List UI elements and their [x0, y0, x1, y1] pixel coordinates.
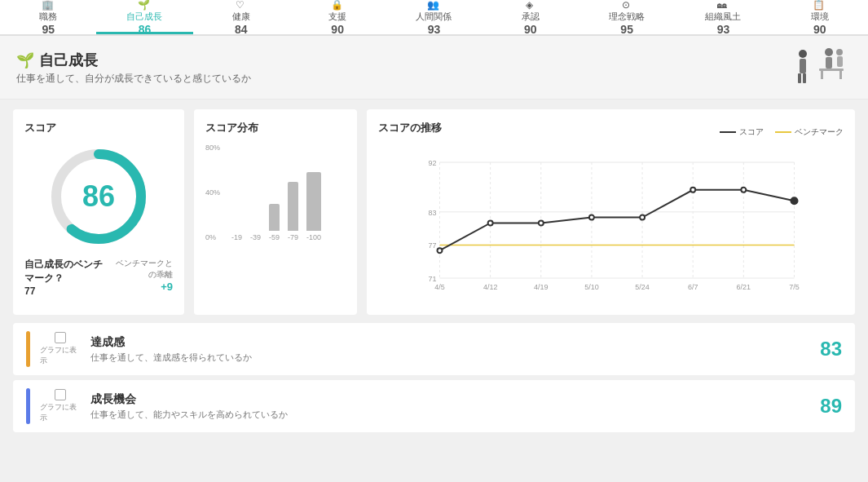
bar-x-label: -39 — [250, 233, 261, 241]
achievement-color-bar — [26, 331, 30, 367]
growth-check-col: グラフに表示 — [40, 389, 81, 423]
nav-label-ningen: 人間関係 — [416, 11, 452, 23]
growth-score: 89 — [820, 395, 842, 418]
nav-score-kenko: 84 — [235, 23, 248, 36]
bar-col: -79 — [288, 182, 298, 241]
achievement-info: 達成感 仕事を通して、達成感を得られているか — [90, 335, 810, 364]
bar-x-label: -100 — [306, 233, 321, 241]
achievement-checkbox[interactable] — [55, 332, 66, 343]
legend-score-label: スコア — [739, 126, 764, 138]
svg-text:6/7: 6/7 — [688, 283, 698, 291]
nav-item-shien[interactable]: 🔒 支援 90 — [289, 0, 386, 34]
diff-col: ベンチマークとの乖離 +9 — [112, 258, 173, 297]
nav-label-shokumu: 職務 — [39, 11, 57, 23]
svg-text:77: 77 — [428, 241, 436, 250]
svg-point-39 — [488, 220, 493, 225]
bar-x-label: -59 — [269, 233, 280, 241]
svg-rect-5 — [826, 57, 832, 69]
nav-label-shonin: 承認 — [522, 11, 540, 23]
items-row: グラフに表示 達成感 仕事を通して、達成感を得られているか 83 グラフに表示 … — [13, 323, 855, 432]
svg-point-38 — [438, 248, 443, 253]
soshiki-icon: 🏘 — [717, 0, 727, 11]
page-title: 🌱 自己成長 — [16, 51, 251, 70]
nav-item-rinen[interactable]: ⊙ 理念戦略 95 — [579, 0, 675, 34]
bar-x-label: -79 — [288, 233, 298, 241]
y-label-top: 80% — [205, 144, 220, 152]
svg-point-45 — [791, 197, 799, 205]
nav-score-shien: 90 — [331, 23, 344, 36]
svg-text:5/10: 5/10 — [584, 283, 599, 291]
item-card-achievement: グラフに表示 達成感 仕事を通して、達成感を得られているか 83 — [13, 323, 855, 375]
page-header-left: 🌱 自己成長 仕事を通して、自分が成長できていると感じているか — [16, 51, 251, 86]
bar-y-axis: 80% 40% 0% — [205, 144, 223, 241]
header-illustration — [786, 46, 852, 91]
achievement-graph-label[interactable]: グラフに表示 — [40, 345, 81, 366]
nav-item-ningen[interactable]: 👥 人間関係 93 — [386, 0, 482, 34]
legend-benchmark: ベンチマーク — [775, 126, 844, 138]
nav-score-rinen: 95 — [620, 23, 633, 36]
diff-value: +9 — [161, 281, 173, 293]
svg-point-43 — [690, 188, 695, 192]
nav-score-kankyo: 90 — [813, 23, 826, 36]
bar-chart-inner: -19-39-59-79-100 — [231, 144, 321, 241]
svg-text:5/24: 5/24 — [635, 283, 650, 291]
benchmark-info: 自己成長のベンチマーク？ 77 — [24, 258, 112, 297]
achievement-name: 達成感 — [90, 335, 810, 350]
trend-header: スコアの推移 スコア ベンチマーク — [378, 121, 844, 144]
nav-label-rinen: 理念戦略 — [609, 11, 645, 23]
svg-point-42 — [640, 215, 645, 220]
growth-desc: 仕事を通して、能力やスキルを高められているか — [90, 409, 810, 421]
benchmark-value: 77 — [24, 285, 112, 297]
nav-item-jiko[interactable]: 🌱 自己成長 86 — [96, 0, 192, 34]
dist-chart-area: 80% 40% 0% -19-39-59-79-100 — [205, 144, 346, 241]
nav-score-jiko: 86 — [139, 23, 152, 36]
svg-rect-3 — [803, 73, 806, 83]
svg-rect-7 — [821, 71, 823, 79]
dist-card-title: スコア分布 — [205, 121, 346, 135]
y-label-bot: 0% — [205, 233, 220, 241]
top-navigation: 🏢 職務 95 🌱 自己成長 86 ♡ 健康 84 🔒 支援 90 👥 人間関係… — [0, 0, 868, 36]
nav-item-soshiki[interactable]: 🏘 組織風土 93 — [675, 0, 771, 34]
benchmark-label: 自己成長のベンチマーク？ — [24, 258, 112, 285]
item-card-growth: グラフに表示 成長機会 仕事を通して、能力やスキルを高められているか 89 — [13, 380, 855, 432]
svg-rect-2 — [798, 73, 801, 83]
y-label-mid: 40% — [205, 188, 220, 197]
nav-item-shonin[interactable]: ◈ 承認 90 — [482, 0, 579, 34]
growth-graph-label[interactable]: グラフに表示 — [40, 402, 81, 423]
donut-container: 86 — [24, 144, 173, 250]
shien-icon: 🔒 — [331, 0, 343, 11]
svg-text:71: 71 — [428, 275, 436, 283]
svg-point-9 — [836, 49, 843, 55]
svg-point-0 — [799, 50, 807, 58]
nav-label-soshiki: 組織風土 — [705, 11, 741, 23]
svg-point-44 — [741, 188, 746, 192]
kankyo-icon: 📋 — [813, 0, 825, 11]
nav-item-kankyo[interactable]: 📋 環境 90 — [772, 0, 868, 34]
nav-score-shonin: 90 — [524, 23, 537, 36]
diff-label: ベンチマークとの乖離 — [112, 258, 173, 281]
nav-item-shokumu[interactable]: 🏢 職務 95 — [0, 0, 96, 34]
nav-score-soshiki: 93 — [717, 23, 730, 36]
ningen-icon: 👥 — [427, 0, 439, 11]
achievement-check-col: グラフに表示 — [40, 332, 81, 366]
trend-card: スコアの推移 スコア ベンチマーク 928377714/54/124/195/1… — [367, 109, 855, 315]
donut-score: 86 — [82, 179, 115, 214]
bar-x-label: -19 — [231, 233, 242, 241]
score-card-title: スコア — [24, 121, 173, 135]
nav-label-jiko: 自己成長 — [126, 11, 162, 23]
growth-checkbox[interactable] — [55, 389, 66, 400]
nav-item-kenko[interactable]: ♡ 健康 84 — [193, 0, 289, 34]
achievement-score: 83 — [820, 338, 842, 360]
bar — [288, 182, 298, 231]
legend-score: スコア — [720, 126, 764, 138]
score-footer: 自己成長のベンチマーク？ 77 ベンチマークとの乖離 +9 — [24, 258, 173, 297]
main-content: スコア 86 自己成長のベンチマーク？ 77 ベンチマークとの乖離 — [0, 99, 868, 442]
svg-point-41 — [589, 215, 594, 220]
svg-text:7/5: 7/5 — [789, 283, 800, 291]
jiko-icon: 🌱 — [138, 0, 150, 11]
shonin-icon: ◈ — [526, 0, 533, 11]
rinen-icon: ⊙ — [622, 0, 630, 11]
page-header: 🌱 自己成長 仕事を通して、自分が成長できていると感じているか — [0, 36, 868, 99]
shokumu-icon: 🏢 — [42, 0, 54, 11]
dist-card: スコア分布 80% 40% 0% -19-39-59-79-100 — [194, 109, 357, 315]
